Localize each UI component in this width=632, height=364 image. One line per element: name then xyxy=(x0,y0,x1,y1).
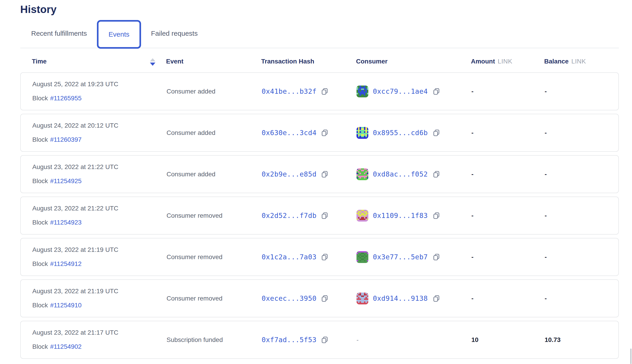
balance-value: - xyxy=(545,129,547,136)
block-number-link[interactable]: #11265955 xyxy=(50,95,82,102)
copy-icon[interactable] xyxy=(320,253,329,261)
copy-icon[interactable] xyxy=(432,294,440,302)
consumer-address-link[interactable]: 0xcc79...1ae4 xyxy=(373,87,428,95)
column-header-amount: AmountLINK xyxy=(471,58,512,65)
block-label: Block xyxy=(32,95,48,102)
event-row-list: August 25, 2022 at 19:23 UTC Block#11265… xyxy=(20,72,632,359)
balance-value: 10.73 xyxy=(545,336,560,344)
consumer-avatar xyxy=(356,210,368,222)
copy-icon[interactable] xyxy=(432,87,440,96)
copy-icon[interactable] xyxy=(320,336,329,344)
consumer-avatar xyxy=(356,292,368,304)
amount-value: - xyxy=(472,295,474,302)
consumer-avatar xyxy=(356,251,368,263)
row-timestamp: August 23, 2022 at 21:22 UTC xyxy=(32,163,118,170)
table-row: August 25, 2022 at 19:23 UTC Block#11265… xyxy=(20,72,619,110)
consumer-cell: - xyxy=(356,336,359,344)
copy-icon[interactable] xyxy=(320,87,329,96)
row-timestamp: August 23, 2022 at 21:19 UTC xyxy=(32,246,118,254)
balance-value: - xyxy=(545,295,547,302)
column-header-transaction-hash: Transaction Hash xyxy=(261,58,314,65)
amount-unit-label: LINK xyxy=(498,58,512,65)
table-row: August 23, 2022 at 21:19 UTC Block#11254… xyxy=(20,238,619,276)
block-number-link[interactable]: #11254923 xyxy=(50,219,82,226)
tab-events[interactable]: Events xyxy=(97,20,141,49)
balance-unit-label: LINK xyxy=(571,58,586,65)
copy-icon[interactable] xyxy=(320,170,329,178)
block-number-link[interactable]: #11254902 xyxy=(50,343,82,350)
table-row: August 24, 2022 at 20:12 UTC Block#11260… xyxy=(20,114,619,152)
copy-icon[interactable] xyxy=(432,129,440,137)
block-number-link[interactable]: #11254925 xyxy=(50,178,82,184)
row-timestamp: August 24, 2022 at 20:12 UTC xyxy=(32,122,118,129)
transaction-hash-link[interactable]: 0x41be...b32f xyxy=(262,87,316,95)
transaction-hash-link[interactable]: 0x630e...3cd4 xyxy=(262,129,316,137)
transaction-hash-link[interactable]: 0x2b9e...e85d xyxy=(262,170,316,178)
transaction-hash-link[interactable]: 0xf7ad...5f53 xyxy=(262,336,316,344)
page-title: History xyxy=(20,3,632,16)
column-header-time[interactable]: Time xyxy=(32,58,47,65)
consumer-address-link[interactable]: 0x8955...cd6b xyxy=(373,129,428,137)
column-header-event: Event xyxy=(166,58,183,65)
amount-label: Amount xyxy=(471,58,495,65)
consumer-avatar xyxy=(356,168,368,180)
amount-value: 10 xyxy=(472,336,478,344)
table-row: August 23, 2022 at 21:19 UTC Block#11254… xyxy=(20,279,619,317)
transaction-hash-cell: 0x41be...b32f xyxy=(262,87,329,96)
block-number-link[interactable]: #11254910 xyxy=(50,302,82,309)
consumer-cell: 0x1109...1f83 xyxy=(356,210,440,222)
event-type: Consumer removed xyxy=(166,212,222,219)
copy-icon[interactable] xyxy=(432,253,440,261)
consumer-avatar xyxy=(356,127,368,139)
consumer-cell: 0xd914...9138 xyxy=(356,292,440,304)
block-line: Block#11265955 xyxy=(32,95,82,102)
event-type: Consumer removed xyxy=(166,254,222,261)
copy-icon[interactable] xyxy=(320,129,329,137)
consumer-address-link[interactable]: 0xd8ac...f052 xyxy=(373,170,428,178)
consumer-address-link: - xyxy=(356,336,359,344)
consumer-address-link[interactable]: 0x3e77...5eb7 xyxy=(373,253,428,261)
block-line: Block#11260397 xyxy=(32,136,82,143)
table-row: August 23, 2022 at 21:22 UTC Block#11254… xyxy=(20,155,619,193)
block-line: Block#11254925 xyxy=(32,178,82,185)
balance-value: - xyxy=(545,170,547,178)
consumer-address-link[interactable]: 0x1109...1f83 xyxy=(373,212,428,220)
transaction-hash-link[interactable]: 0xecec...3950 xyxy=(262,294,316,302)
amount-value: - xyxy=(472,254,474,261)
amount-value: - xyxy=(472,170,474,178)
transaction-hash-cell: 0x630e...3cd4 xyxy=(262,129,329,137)
event-type: Consumer added xyxy=(166,129,216,136)
history-page: History Recent fulfillments Events Faile… xyxy=(0,0,632,359)
transaction-hash-cell: 0xecec...3950 xyxy=(262,294,329,302)
sort-caret-icon[interactable] xyxy=(150,58,156,67)
block-label: Block xyxy=(32,302,48,309)
copy-icon[interactable] xyxy=(320,212,329,220)
transaction-hash-cell: 0x1c2a...7a03 xyxy=(262,253,329,261)
transaction-hash-cell: 0x2b9e...e85d xyxy=(262,170,329,178)
copy-icon[interactable] xyxy=(432,170,440,178)
balance-label: Balance xyxy=(544,58,568,65)
consumer-cell: 0xd8ac...f052 xyxy=(356,168,440,180)
tab-recent-fulfillments[interactable]: Recent fulfillments xyxy=(31,30,87,37)
event-type: Consumer added xyxy=(166,170,216,178)
block-line: Block#11254912 xyxy=(32,260,82,268)
block-number-link[interactable]: #11260397 xyxy=(50,136,82,143)
block-line: Block#11254902 xyxy=(32,343,82,350)
sort-asc-arrow-icon xyxy=(150,58,156,62)
event-type: Consumer added xyxy=(166,88,216,95)
copy-icon[interactable] xyxy=(320,294,329,302)
transaction-hash-link[interactable]: 0x2d52...f7db xyxy=(262,212,316,220)
transaction-hash-link[interactable]: 0x1c2a...7a03 xyxy=(262,253,316,261)
consumer-cell: 0x3e77...5eb7 xyxy=(356,251,440,263)
transaction-hash-cell: 0x2d52...f7db xyxy=(262,212,329,220)
consumer-address-link[interactable]: 0xd914...9138 xyxy=(373,294,428,302)
block-label: Block xyxy=(32,178,48,184)
copy-icon[interactable] xyxy=(432,212,440,220)
tab-failed-requests[interactable]: Failed requests xyxy=(151,30,198,37)
table-row: August 23, 2022 at 21:17 UTC Block#11254… xyxy=(20,321,619,359)
consumer-avatar xyxy=(356,86,368,97)
scrollbar-thumb[interactable] xyxy=(630,348,632,364)
event-type: Consumer removed xyxy=(166,295,222,302)
tab-bar: Recent fulfillments Events Failed reques… xyxy=(20,19,619,48)
block-number-link[interactable]: #11254912 xyxy=(50,260,82,267)
